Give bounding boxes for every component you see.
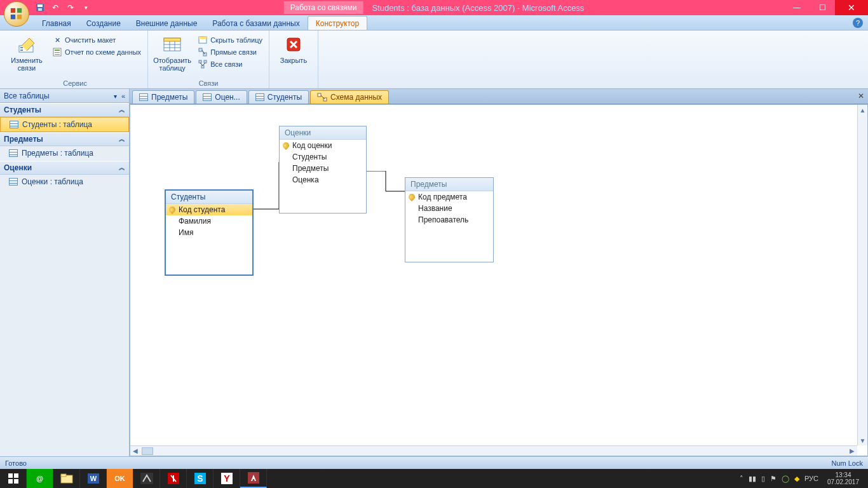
relationship-report-button[interactable]: Отчет по схеме данных bbox=[50, 46, 144, 58]
collapse-nav-icon[interactable]: « bbox=[121, 92, 125, 100]
scroll-right-icon[interactable]: ▶ bbox=[847, 447, 857, 454]
doc-tab-students[interactable]: Студенты bbox=[248, 90, 309, 104]
nav-item-students-table[interactable]: Студенты : таблица bbox=[0, 117, 129, 132]
show-table-button[interactable]: Отобразить таблицу bbox=[152, 32, 193, 72]
direct-rel-icon bbox=[198, 47, 208, 57]
scroll-thumb[interactable] bbox=[142, 447, 153, 455]
table-box-header[interactable]: Студенты bbox=[166, 191, 252, 204]
tab-database-tools[interactable]: Работа с базами данных bbox=[205, 17, 307, 30]
office-button[interactable] bbox=[4, 1, 29, 27]
field-row[interactable]: Код студента bbox=[166, 204, 252, 215]
field-row[interactable]: Код предмета bbox=[405, 191, 493, 203]
tray-action-icon[interactable]: ⚑ bbox=[770, 475, 776, 483]
taskbar-word-icon[interactable]: W bbox=[80, 469, 107, 488]
taskbar-app-icon[interactable]: @ bbox=[27, 469, 53, 488]
field-row[interactable]: Название bbox=[405, 203, 493, 214]
tray-shield-icon[interactable]: ◆ bbox=[794, 475, 799, 483]
ribbon-tabs: Главная Создание Внешние данные Работа с… bbox=[0, 15, 868, 30]
field-row[interactable]: Оценка bbox=[280, 174, 366, 186]
svg-rect-26 bbox=[204, 60, 207, 63]
quick-access-toolbar: ↶ ↷ ▾ bbox=[34, 0, 92, 15]
close-tab-icon[interactable]: ✕ bbox=[858, 92, 864, 100]
table-box-subjects[interactable]: Предметы Код предмета Название Препоават… bbox=[405, 177, 494, 262]
all-rel-icon bbox=[198, 59, 208, 69]
horizontal-scrollbar[interactable]: ◀▶ bbox=[130, 445, 857, 456]
doc-tab-subjects[interactable]: Предметы bbox=[132, 90, 194, 104]
all-relationships-button[interactable]: Все связи bbox=[195, 58, 265, 70]
svg-rect-25 bbox=[199, 60, 201, 63]
tab-external-data[interactable]: Внешние данные bbox=[128, 17, 205, 30]
nav-group-header[interactable]: Студенты︽ bbox=[0, 103, 129, 117]
taskbar-app-icon[interactable] bbox=[133, 469, 160, 488]
hide-table-button[interactable]: Скрыть таблицу bbox=[195, 34, 265, 46]
taskbar-app-icon[interactable]: OK bbox=[107, 469, 133, 488]
direct-relationships-button[interactable]: Прямые связи bbox=[195, 46, 265, 58]
chevron-down-icon[interactable]: ▾ bbox=[114, 93, 117, 100]
nav-item-grades-table[interactable]: Оценки : таблица bbox=[0, 175, 129, 189]
svg-rect-9 bbox=[20, 50, 23, 51]
field-row[interactable]: Имя bbox=[166, 227, 252, 238]
tray-volume-icon[interactable]: ◯ bbox=[782, 475, 789, 483]
svg-rect-35 bbox=[14, 473, 18, 478]
minimize-button[interactable]: — bbox=[784, 0, 810, 15]
navigation-pane: Все таблицы ▾ « Студенты︽ Студенты : таб… bbox=[0, 89, 130, 456]
table-icon bbox=[10, 121, 18, 128]
system-tray[interactable]: ˄ ▮▮ ▯ ⚑ ◯ ◆ РУС 13:3407.02.2017 bbox=[740, 471, 868, 485]
svg-line-29 bbox=[203, 63, 205, 65]
language-indicator[interactable]: РУС bbox=[804, 475, 818, 482]
chevron-up-icon: ︽ bbox=[119, 105, 125, 114]
table-box-students[interactable]: Студенты Код студента Фамилия Имя bbox=[165, 189, 254, 276]
field-row[interactable]: Фамилия bbox=[166, 215, 252, 227]
table-box-header[interactable]: Предметы bbox=[405, 178, 493, 191]
tab-design[interactable]: Конструктор bbox=[308, 16, 367, 30]
qat-dropdown-icon[interactable]: ▾ bbox=[80, 2, 92, 13]
nav-header[interactable]: Все таблицы ▾ « bbox=[0, 89, 129, 103]
doc-tab-grades[interactable]: Оцен... bbox=[196, 90, 247, 104]
save-icon[interactable] bbox=[34, 2, 46, 13]
table-box-header[interactable]: Оценки bbox=[280, 126, 366, 140]
taskbar-explorer-icon[interactable] bbox=[53, 469, 80, 488]
svg-line-33 bbox=[321, 95, 325, 99]
svg-line-28 bbox=[200, 63, 203, 65]
taskbar-clock[interactable]: 13:3407.02.2017 bbox=[824, 471, 863, 485]
svg-text:Y: Y bbox=[224, 473, 230, 484]
close-design-button[interactable]: Закрыть bbox=[273, 32, 314, 64]
undo-icon[interactable]: ↶ bbox=[50, 2, 61, 13]
tray-battery-icon[interactable]: ▯ bbox=[761, 475, 765, 483]
nav-item-subjects-table[interactable]: Предметы : таблица bbox=[0, 146, 129, 161]
clear-layout-button[interactable]: ✕Очистить макет bbox=[50, 34, 144, 46]
field-row[interactable]: Студенты bbox=[280, 151, 366, 163]
taskbar-skype-icon[interactable]: S bbox=[187, 469, 214, 488]
taskbar-pdf-icon[interactable] bbox=[160, 469, 187, 488]
tray-chevron-up-icon[interactable]: ˄ bbox=[740, 475, 743, 483]
field-row[interactable]: Предметы bbox=[280, 163, 366, 174]
relationship-canvas[interactable]: Студенты Код студента Фамилия Имя Оценки… bbox=[130, 104, 868, 456]
edit-relationships-button[interactable]: Изменить связи bbox=[6, 32, 47, 72]
field-row[interactable]: Код оценки bbox=[280, 140, 366, 151]
svg-rect-22 bbox=[199, 48, 202, 51]
tab-home[interactable]: Главная bbox=[34, 17, 79, 30]
status-numlock: Num Lock bbox=[831, 459, 863, 467]
svg-text:W: W bbox=[90, 475, 97, 482]
scroll-left-icon[interactable]: ◀ bbox=[130, 447, 140, 454]
vertical-scrollbar[interactable]: ▲▼ bbox=[857, 105, 867, 445]
maximize-button[interactable]: ☐ bbox=[810, 0, 835, 15]
table-icon bbox=[9, 149, 18, 157]
start-button[interactable] bbox=[0, 469, 27, 488]
scroll-down-icon[interactable]: ▼ bbox=[858, 435, 867, 445]
doc-tab-schema[interactable]: Схема данных bbox=[310, 90, 389, 104]
table-icon bbox=[139, 93, 148, 101]
nav-group-header[interactable]: Предметы︽ bbox=[0, 132, 129, 146]
table-box-grades[interactable]: Оценки Код оценки Студенты Предметы Оцен… bbox=[279, 126, 367, 214]
tab-create[interactable]: Создание bbox=[79, 17, 128, 30]
help-icon[interactable]: ? bbox=[853, 18, 863, 28]
redo-icon[interactable]: ↷ bbox=[65, 2, 76, 13]
taskbar-browser-icon[interactable]: Y bbox=[214, 469, 240, 488]
tray-network-icon[interactable]: ▮▮ bbox=[749, 475, 756, 483]
scroll-up-icon[interactable]: ▲ bbox=[858, 105, 867, 115]
svg-rect-5 bbox=[37, 4, 43, 7]
taskbar-access-icon[interactable] bbox=[240, 469, 267, 488]
field-row[interactable]: Препоаватель bbox=[405, 214, 493, 226]
close-button[interactable]: ✕ bbox=[835, 0, 868, 15]
nav-group-header[interactable]: Оценки︽ bbox=[0, 161, 129, 175]
